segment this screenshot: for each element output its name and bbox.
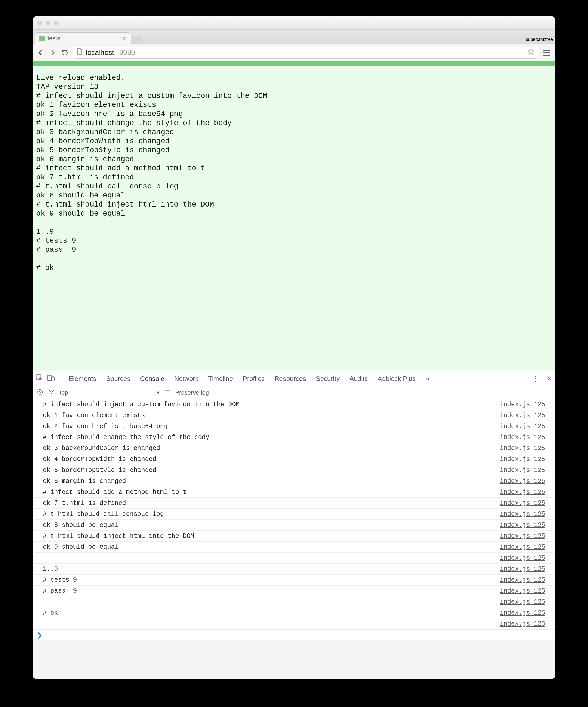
nav-bar: localhost:8080: [33, 44, 555, 61]
console-row: ok 3 backgroundColor is changedindex.js:…: [33, 443, 555, 454]
maximize-window-button[interactable]: [54, 21, 59, 26]
titlebar: [33, 16, 555, 30]
devtools-tab-adblock-plus[interactable]: Adblock Plus: [373, 371, 421, 386]
console-source-link[interactable]: index.js:125: [500, 401, 545, 408]
console-message: ok 4 borderTopWidth is changed: [43, 456, 156, 463]
reload-button[interactable]: [61, 48, 69, 57]
console-source-link[interactable]: index.js:125: [500, 566, 545, 573]
console-message: # ok: [43, 609, 58, 616]
console-row: 1..9index.js:125: [33, 564, 555, 575]
console-message: # t.html should call console log: [43, 511, 164, 518]
devtools-tab-network[interactable]: Network: [169, 371, 203, 386]
console-message: 1..9: [43, 566, 58, 573]
console-message: ok 2 favicon href is a base64 png: [43, 423, 168, 430]
console-message: # pass 9: [43, 587, 77, 595]
console-source-link[interactable]: index.js:125: [500, 423, 545, 430]
console-source-link[interactable]: index.js:125: [500, 456, 545, 463]
console-source-link[interactable]: index.js:125: [500, 576, 545, 583]
context-selector[interactable]: top ▼: [60, 389, 160, 396]
minimize-window-button[interactable]: [45, 21, 51, 26]
console-message: ok 1 favicon element exists: [43, 412, 145, 419]
console-source-link[interactable]: index.js:125: [500, 467, 545, 474]
devtools-tabs-overflow[interactable]: »: [421, 371, 434, 386]
console-row: # infect should change the style of the …: [33, 432, 555, 443]
new-tab-button[interactable]: [131, 36, 142, 44]
devtools-tab-sources[interactable]: Sources: [101, 371, 135, 386]
console-row: # infect should add a method html to tin…: [33, 487, 555, 498]
preserve-log-checkbox[interactable]: [165, 390, 170, 395]
tab-strip: tests ✕ supercrabtree: [33, 30, 555, 44]
console-source-link[interactable]: index.js:125: [500, 587, 545, 595]
devtools-tab-timeline[interactable]: Timeline: [203, 371, 238, 386]
address-bar[interactable]: localhost:8080: [73, 46, 538, 59]
tab-title: tests: [47, 35, 60, 42]
console-row: ok 9 should be equalindex.js:125: [33, 542, 555, 552]
console-row: ok 1 favicon element existsindex.js:125: [33, 410, 555, 421]
console-row: ok 4 borderTopWidth is changedindex.js:1…: [33, 454, 555, 465]
console-row: ok 8 should be equalindex.js:125: [33, 520, 555, 531]
console-source-link[interactable]: index.js:125: [500, 434, 545, 441]
console-source-link[interactable]: index.js:125: [500, 544, 545, 551]
dropdown-triangle-icon: ▼: [156, 390, 160, 395]
console-source-link[interactable]: index.js:125: [500, 620, 545, 628]
favicon-icon: [39, 36, 45, 41]
console-message: # t.html should inject html into the DOM: [43, 533, 194, 540]
console-message: ok 6 margin is changed: [43, 478, 126, 485]
clear-console-icon[interactable]: [37, 389, 43, 397]
page-icon: [76, 48, 83, 57]
devtools-tab-audits[interactable]: Audits: [345, 371, 373, 386]
console-source-link[interactable]: index.js:125: [500, 598, 545, 606]
bookmark-star-icon[interactable]: [527, 48, 534, 57]
console-source-link[interactable]: index.js:125: [500, 533, 545, 540]
profile-badge[interactable]: supercrabtree: [526, 37, 553, 42]
browser-tab[interactable]: tests ✕: [35, 32, 131, 44]
console-source-link[interactable]: index.js:125: [500, 609, 545, 616]
console-message: ok 5 borderTopStyle is changed: [43, 467, 156, 474]
close-window-button[interactable]: [37, 21, 42, 26]
devtools-close-button[interactable]: ✕: [546, 374, 552, 383]
console-prompt[interactable]: ❯: [33, 629, 555, 640]
devtools-tab-security[interactable]: Security: [311, 371, 345, 386]
menu-button[interactable]: [542, 48, 551, 57]
console-message: # tests 9: [43, 576, 77, 583]
console-row: ok 2 favicon href is a base64 pngindex.j…: [33, 421, 555, 432]
console-message: ok 7 t.html is defined: [43, 500, 126, 507]
filter-icon[interactable]: [48, 389, 55, 397]
devtools-tab-profiles[interactable]: Profiles: [238, 371, 270, 386]
devtools-tab-elements[interactable]: Elements: [64, 371, 101, 386]
devtools-tab-resources[interactable]: Resources: [270, 371, 311, 386]
console-message: # infect should inject a custom favicon …: [43, 401, 240, 408]
console-row: # infect should inject a custom favicon …: [33, 399, 555, 410]
console-source-link[interactable]: index.js:125: [500, 500, 545, 507]
devtools-tab-console[interactable]: Console: [135, 371, 169, 386]
back-button[interactable]: [37, 48, 45, 57]
console-log[interactable]: # infect should inject a custom favicon …: [33, 399, 555, 629]
console-source-link[interactable]: index.js:125: [500, 445, 545, 452]
console-source-link[interactable]: index.js:125: [500, 489, 545, 496]
close-tab-button[interactable]: ✕: [122, 35, 127, 42]
console-row: ok 6 margin is changedindex.js:125: [33, 476, 555, 487]
console-message: ok 9 should be equal: [43, 544, 119, 551]
device-mode-icon[interactable]: [47, 374, 55, 383]
preserve-log-label: Preserve log: [175, 389, 209, 396]
console-source-link[interactable]: index.js:125: [500, 412, 545, 419]
console-source-link[interactable]: index.js:125: [500, 554, 545, 562]
console-source-link[interactable]: index.js:125: [500, 511, 545, 518]
console-row: index.js:125: [33, 597, 555, 607]
console-source-link[interactable]: index.js:125: [500, 478, 545, 485]
console-message: # infect should add a method html to t: [43, 489, 187, 496]
devtools-menu-icon[interactable]: ⋮: [531, 374, 540, 383]
console-row: # okindex.js:125: [33, 607, 555, 618]
console-source-link[interactable]: index.js:125: [500, 521, 545, 529]
console-row: # tests 9index.js:125: [33, 575, 555, 585]
forward-button[interactable]: [49, 48, 57, 57]
console-message: ok 8 should be equal: [43, 521, 119, 529]
console-filter-bar: top ▼ Preserve log: [33, 386, 555, 399]
console-row: ok 5 borderTopStyle is changedindex.js:1…: [33, 465, 555, 476]
page-body: Live reload enabled. TAP version 13 # in…: [33, 61, 555, 371]
console-row: # t.html should inject html into the DOM…: [33, 531, 555, 542]
context-label: top: [60, 389, 68, 396]
console-row: # t.html should call console logindex.js…: [33, 509, 555, 520]
inspect-element-icon[interactable]: [36, 374, 43, 383]
window-controls: [37, 21, 59, 26]
